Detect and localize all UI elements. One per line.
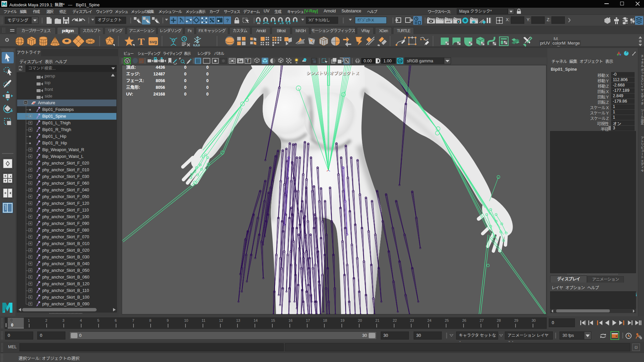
svg-text:0: 0 <box>206 85 209 90</box>
svg-text:頂点:: 頂点: <box>126 65 136 70</box>
svg-text:UV:: UV: <box>126 92 133 97</box>
svg-text:?: ? <box>226 18 229 23</box>
svg-text:24168: 24168 <box>153 92 165 97</box>
svg-text:0: 0 <box>184 72 186 76</box>
svg-text:0: 0 <box>206 92 209 97</box>
svg-text:0: 0 <box>184 78 186 83</box>
svg-text:0: 0 <box>184 65 186 70</box>
svg-text:4436: 4436 <box>156 65 165 70</box>
svg-text:IPR: IPR <box>446 20 451 23</box>
svg-text:0: 0 <box>184 92 186 97</box>
svg-text:0: 0 <box>206 65 209 70</box>
svg-text:エッジ:: エッジ: <box>126 72 140 76</box>
svg-text:0.00: 0.00 <box>364 59 372 63</box>
svg-text:ON: ON <box>398 60 402 62</box>
svg-text:T: T <box>138 36 145 47</box>
svg-text:8056: 8056 <box>156 85 165 90</box>
svg-text:0: 0 <box>184 85 186 90</box>
svg-text:sRGB gamma: sRGB gamma <box>407 59 433 63</box>
svg-text:T: T <box>247 59 249 63</box>
svg-text:svg: svg <box>150 39 157 44</box>
svg-text:0,0,0: 0,0,0 <box>193 44 200 47</box>
svg-text:シンメトリ: オブジェクト X: シンメトリ: オブジェクト X <box>306 71 359 76</box>
svg-text:0: 0 <box>206 72 209 76</box>
svg-text:三角形:: 三角形: <box>126 85 140 90</box>
svg-text:1.00: 1.00 <box>383 59 391 63</box>
svg-text:8056: 8056 <box>156 78 165 83</box>
svg-text:12487: 12487 <box>153 72 165 76</box>
svg-text:フェース:: フェース: <box>126 78 144 83</box>
svg-text:0: 0 <box>206 78 209 83</box>
